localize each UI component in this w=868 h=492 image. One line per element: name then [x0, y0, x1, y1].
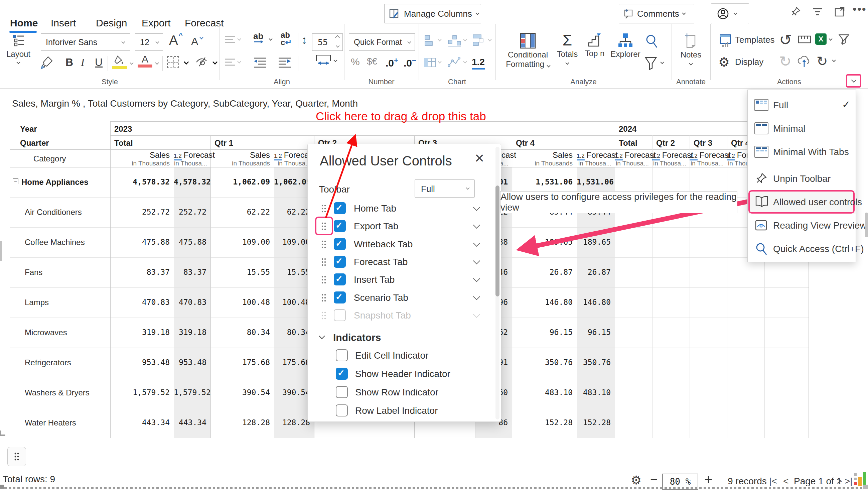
table-cell[interactable]: 475.88 [110, 238, 170, 246]
quarter-header[interactable]: Qtr 1 [214, 139, 233, 148]
menu-item-unpin-toolbar[interactable]: Unpin Toolbar [748, 167, 856, 190]
table-cell[interactable]: 483.10 [512, 388, 573, 397]
quarter-header[interactable]: Total [619, 139, 637, 148]
sales-column-header[interactable]: Salesin Thousands [512, 150, 573, 167]
year-header-2024[interactable]: 2024 [619, 124, 636, 134]
checkbox[interactable]: ✓ [334, 256, 346, 268]
table-cell[interactable]: 146.80 [512, 298, 573, 306]
table-cell[interactable]: 953.48 [174, 358, 206, 367]
quarter-header[interactable]: Qtr 4 [516, 139, 535, 148]
table-cell[interactable]: 953.48 [110, 358, 170, 367]
table-cell[interactable]: 1,531.06 [512, 177, 573, 186]
table-cell[interactable]: 80.34 [210, 328, 270, 337]
table-cell[interactable]: 1,062.09 [210, 177, 270, 186]
row-label[interactable]: Refrigerators [25, 358, 71, 367]
row-label[interactable]: Microwaves [25, 328, 67, 337]
drag-handle-icon[interactable] [321, 311, 326, 320]
drag-handle-icon[interactable] [321, 258, 326, 266]
menu-item-minimal[interactable]: Minimal [748, 117, 856, 140]
forecast-column-header[interactable]: 1.2Forecastin Thousa... [615, 150, 649, 167]
table-cell[interactable]: 96.15 [512, 328, 573, 337]
row-label[interactable]: Coffee Machines [25, 238, 85, 247]
close-icon[interactable]: × [475, 150, 484, 166]
forecast-column-header[interactable]: 1.2Forecastin Thousa... [174, 150, 207, 167]
table-cell[interactable]: 175.68 [274, 358, 310, 367]
sales-column-header[interactable]: Salesin Thousands [210, 150, 270, 167]
table-cell[interactable]: 470.83 [174, 298, 206, 306]
table-cell[interactable]: 189.65 [512, 238, 573, 246]
table-cell[interactable]: 1,062.09 [274, 177, 310, 186]
forecast-column-header[interactable]: 1.2Forecastin Thousa... [652, 150, 686, 167]
table-cell[interactable]: 100.48 [274, 298, 310, 306]
menu-item-minimal-with-tabs[interactable]: Minimal With Tabs [748, 140, 856, 164]
checkbox[interactable] [336, 404, 348, 416]
checkbox[interactable] [334, 309, 346, 321]
table-cell[interactable]: 390.54 [274, 388, 310, 397]
table-cell[interactable]: 15.55 [210, 268, 270, 276]
table-cell[interactable]: 350.76 [577, 358, 611, 367]
table-cell[interactable]: 152.28 [512, 418, 573, 427]
table-cell[interactable]: 109.00 [274, 238, 310, 246]
row-label[interactable]: Fans [25, 268, 43, 277]
modal-scrollbar-thumb[interactable] [495, 186, 500, 296]
page-scrollbar-thumb[interactable] [865, 213, 868, 237]
collapse-icon[interactable]: − [13, 178, 18, 184]
forecast-column-header[interactable]: 1.2Forecastin Thousa... [690, 150, 724, 167]
drag-handle-icon[interactable] [321, 222, 326, 230]
drag-handle-icon[interactable] [321, 293, 326, 302]
row-label[interactable]: Water Heaters [25, 418, 76, 427]
checkbox[interactable]: ✓ [334, 273, 346, 286]
menu-item-full[interactable]: Full✓ [748, 93, 856, 117]
table-cell[interactable]: 1,579.52 [174, 388, 206, 397]
chevron-down-icon[interactable] [473, 257, 480, 264]
menu-item-quick-access-ctrl-f-[interactable]: Quick Access (Ctrl+F) [748, 237, 856, 261]
table-cell[interactable]: 443.34 [174, 418, 206, 427]
table-cell[interactable]: 350.76 [512, 358, 573, 367]
sales-column-header[interactable]: Salesin Thousands [110, 150, 170, 167]
table-cell[interactable]: 128.28 [274, 418, 310, 427]
forecast-column-header[interactable]: 1.2Forecastin Thousa... [274, 150, 311, 167]
chevron-down-icon[interactable] [473, 275, 480, 282]
table-cell[interactable]: 252.72 [110, 207, 170, 216]
table-cell[interactable]: 252.72 [174, 207, 206, 216]
table-cell[interactable]: 15.55 [274, 268, 310, 276]
category-header[interactable]: Category [33, 154, 66, 164]
quarter-header[interactable]: Qtr 3 [694, 139, 712, 148]
table-cell[interactable]: 470.83 [110, 298, 170, 306]
year-header-2023[interactable]: 2023 [114, 124, 132, 134]
table-cell[interactable]: 319.18 [174, 328, 206, 337]
table-cell[interactable]: 62.22 [274, 207, 310, 216]
table-cell[interactable]: 443.34 [110, 418, 170, 427]
table-cell[interactable]: 1,531.06 [577, 177, 611, 186]
menu-item-reading-view-preview[interactable]: Reading View Preview [748, 214, 856, 237]
checkbox[interactable]: ✓ [334, 220, 346, 232]
quarter-header[interactable]: Qtr 4 [731, 139, 750, 148]
table-cell[interactable]: 4,578.32 [174, 177, 206, 186]
table-cell[interactable]: 128.28 [210, 418, 270, 427]
checkbox[interactable] [336, 349, 348, 361]
table-cell[interactable]: 152.28 [577, 418, 611, 427]
table-cell[interactable]: 475.88 [174, 238, 206, 246]
chevron-down-icon[interactable] [473, 204, 480, 211]
checkbox[interactable]: ✓ [334, 238, 346, 250]
checkbox[interactable]: ✓ [334, 292, 346, 303]
toolbar-mode-select[interactable]: Full [415, 179, 475, 198]
chevron-down-icon[interactable] [473, 240, 480, 247]
forecast-column-header[interactable]: 1.2Forecastin Thousa... [577, 150, 611, 167]
table-cell[interactable]: 319.18 [110, 328, 170, 337]
table-cell[interactable]: 83.37 [174, 268, 206, 276]
quarter-header[interactable]: Qtr 2 [656, 139, 675, 148]
drag-handle-icon[interactable] [321, 204, 326, 213]
drag-handle-icon[interactable] [321, 240, 326, 249]
table-cell[interactable]: 483.10 [577, 388, 611, 397]
table-cell[interactable]: 109.00 [210, 238, 270, 246]
table-cell[interactable]: 62.22 [210, 207, 270, 216]
indicators-section-header[interactable]: Indicators [308, 331, 495, 345]
table-cell[interactable]: 96.15 [577, 328, 611, 337]
row-label[interactable]: Lamps [25, 298, 49, 307]
row-label[interactable]: Washers & Dryers [25, 388, 90, 397]
drag-handle-icon[interactable] [321, 275, 326, 284]
table-cell[interactable]: 175.68 [210, 358, 270, 367]
table-cell[interactable]: 80.34 [274, 328, 310, 337]
table-cell[interactable]: 1,579.52 [110, 388, 170, 397]
